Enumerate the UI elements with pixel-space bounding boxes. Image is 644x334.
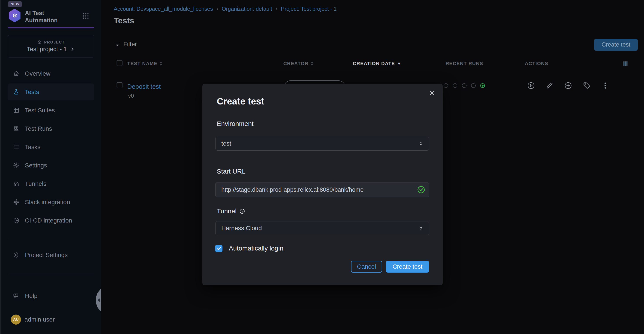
column-creation-date[interactable]: CREATION DATE ▼ [353, 61, 401, 66]
sidebar-item-tunnels[interactable]: Tunnels [8, 175, 94, 192]
cancel-button[interactable]: Cancel [351, 261, 382, 273]
row-actions [527, 82, 609, 90]
column-test-name[interactable]: TEST NAME [127, 61, 162, 66]
sidebar-item-label: Tunnels [25, 180, 46, 187]
list-icon [13, 144, 20, 150]
sidebar-item-settings[interactable]: Settings [8, 157, 94, 174]
recent-runs [444, 83, 485, 88]
column-recent-runs: RECENT RUNS [446, 61, 483, 66]
run-dot-empty[interactable] [471, 83, 476, 88]
play-icon[interactable] [527, 82, 535, 90]
valid-check-icon [417, 186, 425, 194]
filter-button[interactable]: Filter [114, 41, 137, 48]
tunnel-value: Harness Cloud [221, 225, 418, 232]
filter-icon [114, 41, 120, 47]
start-url-input[interactable]: http://stage.dbank.prod-apps.relicx.ai:8… [216, 183, 429, 197]
edit-pencil-icon[interactable] [546, 82, 554, 90]
run-dot-success[interactable] [480, 83, 485, 88]
column-label: TEST NAME [127, 61, 158, 66]
checkbox-checked-icon[interactable] [215, 245, 222, 252]
select-all-checkbox[interactable] [116, 60, 122, 66]
sidebar-item-label: Help [25, 292, 38, 299]
sidebar-item-label: Tests [25, 89, 39, 96]
sort-desc-icon: ▼ [397, 61, 401, 66]
column-creator[interactable]: CREATOR [283, 61, 313, 66]
info-icon[interactable] [239, 208, 245, 214]
environment-select[interactable]: test [216, 137, 429, 151]
column-label: CREATOR [283, 61, 308, 66]
logo-glyph-icon [10, 11, 19, 20]
app-switcher-icon[interactable] [82, 12, 90, 20]
table-header: TEST NAME CREATOR CREATION DATE ▼ RECENT… [102, 59, 644, 69]
sort-icon [160, 61, 162, 66]
modal-create-test-button[interactable]: Create test [386, 261, 429, 273]
start-url-label: Start URL [217, 168, 246, 175]
row-checkbox[interactable] [116, 82, 122, 88]
close-icon[interactable] [428, 90, 435, 96]
sidebar-item-label: Overview [25, 70, 50, 77]
sidebar-item-label: Test Suites [25, 107, 55, 114]
sidebar-collapse-handle[interactable] [96, 288, 101, 312]
run-dot-empty[interactable] [462, 83, 466, 88]
sidebar-divider [8, 274, 94, 274]
environment-value: test [221, 140, 418, 147]
user-menu[interactable]: AU admin user [11, 312, 94, 327]
window-edge [0, 0, 1, 334]
test-name-link[interactable]: Deposit test [127, 83, 161, 90]
breadcrumb-item-account[interactable]: Account: Devspace_all_module_licenses [114, 6, 213, 12]
modal-title: Create test [217, 96, 264, 107]
test-version: v0 [128, 93, 134, 99]
column-settings-icon[interactable] [622, 60, 629, 67]
column-label: ACTIONS [525, 61, 548, 66]
sidebar-item-label: Slack integration [25, 199, 70, 206]
sidebar-item-help[interactable]: ? Help [8, 287, 94, 304]
breadcrumb-separator: › [216, 6, 218, 12]
breadcrumb-separator: › [276, 6, 277, 12]
column-label: RECENT RUNS [446, 61, 483, 66]
field-label-text: Environment [217, 120, 254, 127]
start-url-value: http://stage.dbank.prod-apps.relicx.ai:8… [221, 187, 417, 193]
run-dot-empty[interactable] [453, 83, 457, 88]
sidebar-item-label: Test Runs [25, 125, 52, 132]
avatar: AU [11, 314, 21, 324]
sidebar-item-project-settings[interactable]: Project Settings [8, 247, 94, 263]
chevron-right-icon [70, 47, 75, 52]
user-name: admin user [24, 316, 55, 323]
sidebar-item-overview[interactable]: Overview [8, 65, 94, 82]
sidebar-item-tasks[interactable]: Tasks [8, 139, 94, 155]
tunnel-label: Tunnel [217, 208, 245, 215]
tunnel-select[interactable]: Harness Cloud [216, 221, 429, 235]
create-test-button[interactable]: Create test [594, 39, 638, 51]
breadcrumb: Account: Devspace_all_module_licenses › … [114, 6, 337, 12]
product-title: AI Test Automation [25, 10, 64, 24]
project-name: Test project - 1 [27, 46, 67, 53]
more-kebab-icon[interactable] [601, 82, 609, 90]
sidebar-item-slack-integration[interactable]: Slack integration [8, 194, 94, 211]
tag-icon[interactable] [583, 82, 591, 90]
sidebar-item-label: CI-CD integration [25, 217, 72, 224]
new-badge: NEW [8, 1, 22, 7]
auto-login-checkbox-row[interactable]: Automatically login [215, 245, 283, 252]
create-test-modal: Create test Environment test Start URL h… [202, 84, 443, 285]
add-plus-icon[interactable] [564, 82, 572, 90]
field-label-text: Tunnel [217, 208, 237, 215]
sidebar-item-tests[interactable]: Tests [8, 84, 94, 100]
auto-login-label: Automatically login [229, 245, 283, 252]
cicd-icon [13, 217, 20, 224]
sidebar-item-test-runs[interactable]: Test Runs [8, 120, 94, 137]
sort-icon [311, 61, 313, 66]
flask-icon [13, 89, 20, 95]
breadcrumb-item-organization[interactable]: Organization: default [222, 6, 272, 12]
sidebar-item-test-suites[interactable]: Test Suites [8, 102, 94, 119]
field-label-text: Start URL [217, 168, 246, 175]
gear-icon [13, 252, 20, 258]
run-dot-empty[interactable] [444, 83, 448, 88]
sidebar-item-cicd-integration[interactable]: CI-CD integration [8, 212, 94, 229]
columns-icon [13, 125, 20, 132]
breadcrumb-item-project[interactable]: Project: Test project - 1 [281, 6, 337, 12]
environment-label: Environment [217, 120, 254, 127]
project-selector[interactable]: PROJECT Test project - 1 [8, 35, 94, 58]
product-logo[interactable] [8, 9, 22, 22]
page-title: Tests [114, 16, 134, 25]
sidebar-item-label: Settings [25, 162, 47, 169]
